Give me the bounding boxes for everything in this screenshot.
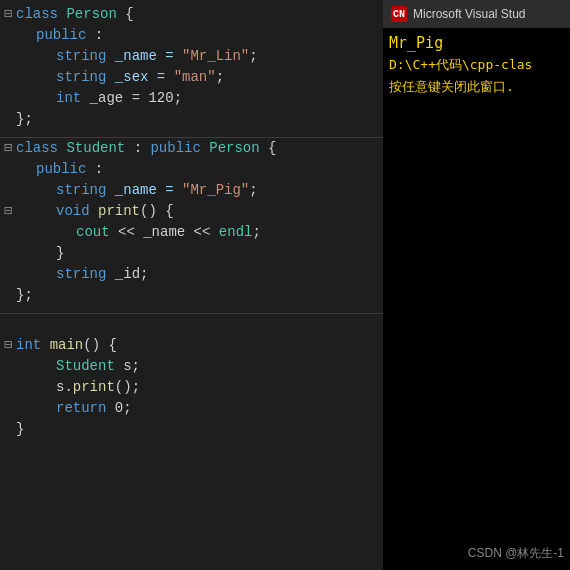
token: () { <box>140 203 174 219</box>
token: Person <box>209 140 259 156</box>
code-line: int _age = 120; <box>0 88 383 109</box>
code-line: string _name = "Mr_Pig"; <box>0 180 383 201</box>
console-output-line: 按任意键关闭此窗口. <box>389 76 564 98</box>
token: ; <box>252 224 260 240</box>
line-content: void print() { <box>16 201 383 222</box>
token: main <box>50 337 84 353</box>
code-line: ⊟int main() { <box>0 335 383 356</box>
code-line: } <box>0 419 383 440</box>
line-content: } <box>16 243 383 264</box>
line-content: }; <box>16 285 383 306</box>
code-line: string _sex = "man"; <box>0 67 383 88</box>
console-pane: CN Microsoft Visual Stud Mr_PigD:\C++代码\… <box>383 0 570 570</box>
collapse-icon[interactable]: ⊟ <box>4 138 12 159</box>
code-line: }; <box>0 109 383 130</box>
token: "Mr_Lin" <box>182 48 249 64</box>
token: s. <box>56 379 73 395</box>
line-content: class Person { <box>16 4 383 25</box>
code-line: string _id; <box>0 264 383 285</box>
line-gutter: ⊟ <box>0 4 16 25</box>
token: public <box>36 161 86 177</box>
token: _name = <box>106 48 182 64</box>
token: public <box>150 140 209 156</box>
token: "man" <box>174 69 216 85</box>
token: { <box>117 6 134 22</box>
line-content: } <box>16 419 383 440</box>
token: () { <box>83 337 117 353</box>
token: _name = <box>106 182 182 198</box>
line-gutter: ⊟ <box>0 335 16 356</box>
code-line: }; <box>0 285 383 306</box>
token: public <box>36 27 86 43</box>
token <box>41 337 49 353</box>
token: string <box>56 48 106 64</box>
line-content: public : <box>16 25 383 46</box>
line-content: Student s; <box>16 356 383 377</box>
token: void <box>56 203 90 219</box>
token: endl <box>219 224 253 240</box>
token: }; <box>16 111 33 127</box>
token: _sex = <box>106 69 173 85</box>
line-content: public : <box>16 159 383 180</box>
console-icon-text: CN <box>393 9 405 20</box>
token: : <box>86 161 103 177</box>
token: ; <box>249 182 257 198</box>
code-line: ⊟class Student : public Person { <box>0 138 383 159</box>
console-title: Microsoft Visual Stud <box>413 7 526 21</box>
code-line: Student s; <box>0 356 383 377</box>
token: _age = 120; <box>81 90 182 106</box>
console-output-line: Mr_Pig <box>389 32 564 54</box>
code-line: } <box>0 243 383 264</box>
token: 0; <box>106 400 131 416</box>
collapse-icon[interactable]: ⊟ <box>4 201 12 222</box>
code-line: ⊟void print() { <box>0 201 383 222</box>
line-content: s.print(); <box>16 377 383 398</box>
token: } <box>56 245 64 261</box>
code-line: return 0; <box>0 398 383 419</box>
token: int <box>56 90 81 106</box>
code-line: public : <box>0 25 383 46</box>
line-gutter: ⊟ <box>0 201 16 222</box>
token: Person <box>66 6 116 22</box>
token: } <box>16 421 24 437</box>
token: }; <box>16 287 33 303</box>
code-line: public : <box>0 159 383 180</box>
token: string <box>56 266 106 282</box>
code-line: string _name = "Mr_Lin"; <box>0 46 383 67</box>
token: (); <box>115 379 140 395</box>
token: Student <box>56 358 115 374</box>
token: return <box>56 400 106 416</box>
line-gutter: ⊟ <box>0 138 16 159</box>
section-divider <box>0 130 383 138</box>
collapse-icon[interactable]: ⊟ <box>4 4 12 25</box>
code-line <box>0 314 383 335</box>
token: string <box>56 69 106 85</box>
editor-pane: ⊟class Person {public :string _name = "M… <box>0 0 383 570</box>
token: int <box>16 337 41 353</box>
token: ; <box>216 69 224 85</box>
console-body: Mr_PigD:\C++代码\cpp-clas按任意键关闭此窗口. <box>383 28 570 570</box>
code-line: cout << _name << endl; <box>0 222 383 243</box>
token: << _name << <box>110 224 219 240</box>
collapse-icon[interactable]: ⊟ <box>4 335 12 356</box>
token: print <box>98 203 140 219</box>
token: class <box>16 6 66 22</box>
console-output-line: D:\C++代码\cpp-clas <box>389 54 564 76</box>
section-divider <box>0 306 383 314</box>
token: string <box>56 182 106 198</box>
console-watermark: CSDN @林先生-1 <box>468 545 564 562</box>
token: "Mr_Pig" <box>182 182 249 198</box>
token: : <box>125 140 150 156</box>
token: ; <box>249 48 257 64</box>
line-content: int main() { <box>16 335 383 356</box>
line-content: int _age = 120; <box>16 88 383 109</box>
code-line: s.print(); <box>0 377 383 398</box>
console-icon: CN <box>391 6 407 22</box>
token: class <box>16 140 66 156</box>
token <box>90 203 98 219</box>
line-content: string _id; <box>16 264 383 285</box>
token: print <box>73 379 115 395</box>
line-content: return 0; <box>16 398 383 419</box>
token: s; <box>115 358 140 374</box>
token: _id; <box>106 266 148 282</box>
